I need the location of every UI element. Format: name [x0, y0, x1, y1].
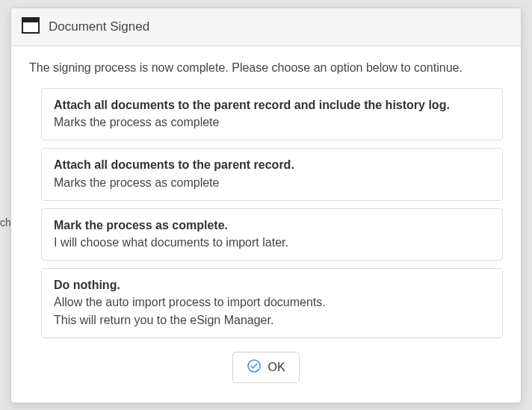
option-title: Attach all documents to the parent recor…: [54, 156, 490, 173]
options-list: Attach all documents to the parent recor…: [29, 88, 503, 338]
svg-point-2: [248, 360, 260, 372]
dialog-footer: OK: [29, 352, 503, 383]
window-icon: [22, 17, 40, 37]
dialog-title: Document Signed: [49, 19, 149, 34]
option-desc: Allow the auto import process to import …: [54, 293, 490, 328]
dialog-intro-text: The signing process is now complete. Ple…: [29, 61, 503, 75]
option-desc: Marks the process as complete: [54, 174, 490, 191]
option-mark-complete[interactable]: Mark the process as complete. I will cho…: [41, 208, 503, 261]
option-attach-all[interactable]: Attach all documents to the parent recor…: [41, 148, 503, 200]
option-desc: Marks the process as complete: [54, 114, 490, 131]
option-title: Mark the process as complete.: [54, 217, 490, 234]
ok-button[interactable]: OK: [232, 352, 299, 383]
option-do-nothing[interactable]: Do nothing. Allow the auto import proces…: [41, 268, 503, 338]
option-title: Attach all documents to the parent recor…: [54, 96, 490, 114]
option-title: Do nothing.: [54, 276, 490, 293]
dialog-body: The signing process is now complete. Ple…: [11, 46, 521, 403]
svg-rect-1: [22, 18, 39, 22]
option-desc: I will choose what documents to import l…: [54, 234, 490, 251]
ok-button-label: OK: [267, 361, 285, 374]
background-text-fragment: ch: [0, 217, 11, 229]
dialog-header: Document Signed: [11, 8, 521, 46]
document-signed-dialog: Document Signed The signing process is n…: [10, 7, 522, 403]
option-attach-with-history[interactable]: Attach all documents to the parent recor…: [41, 88, 503, 140]
check-circle-icon: [247, 358, 262, 376]
